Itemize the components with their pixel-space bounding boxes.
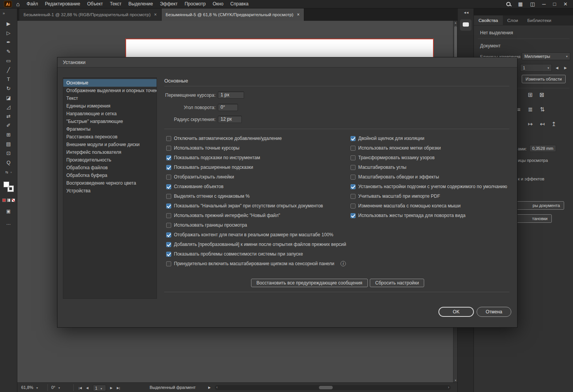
checkbox-content-aware-defaults[interactable]: Установить настройки подгонки с учетом с… bbox=[351, 183, 507, 190]
checkbox-disable-auto-add-delete[interactable]: Отключить автоматическое добавление/удал… bbox=[166, 135, 282, 141]
reset-warnings-button[interactable]: Восстановить все предупреждающие сообщен… bbox=[251, 279, 368, 287]
checkbox-append-converted[interactable]: Добавлять [преобразованный] к имени посл… bbox=[166, 241, 346, 247]
menu-effect[interactable]: Эффект bbox=[157, 0, 181, 8]
menu-edit[interactable]: Редактирование bbox=[42, 0, 84, 8]
grid-icon[interactable]: ⊞ bbox=[528, 92, 533, 98]
checkbox-preview-bounds[interactable]: Использовать границы просмотра bbox=[166, 222, 247, 228]
last-artboard-icon[interactable]: ▶| bbox=[117, 383, 120, 392]
status-indicator[interactable]: Выделенный фрагмент bbox=[150, 383, 195, 392]
toolbar-collapse-icon[interactable]: » bbox=[3, 11, 5, 15]
checkbox-transform-pattern-tiles[interactable]: Трансформировать мозаику узоров bbox=[351, 155, 435, 161]
scale-value-field[interactable]: 0,3528 mm bbox=[529, 145, 556, 152]
status-menu-icon[interactable]: ▶ bbox=[208, 383, 211, 392]
eyedropper-tool[interactable]: ✐ bbox=[0, 123, 17, 128]
rectangle-tool[interactable]: ▭ bbox=[0, 58, 17, 64]
prefs-nav-black-appearance[interactable]: Воспроизведение черного цвета bbox=[63, 179, 157, 187]
edit-artboards-button[interactable]: Изменить области bbox=[522, 75, 566, 83]
menu-type[interactable]: Текст bbox=[106, 0, 125, 8]
prefs-nav-clipboard[interactable]: Обработка буфера bbox=[63, 172, 157, 179]
tab-libraries[interactable]: Библиотеки bbox=[522, 15, 556, 25]
prefs-nav-devices[interactable]: Устройства bbox=[63, 187, 157, 195]
pen-tool[interactable]: ✒ bbox=[0, 39, 17, 45]
document-tab-2[interactable]: Безымянный-5 @ 61,8 % (CMYK/Предваритель… bbox=[162, 8, 304, 21]
minimize-window-icon[interactable]: ─ bbox=[542, 0, 546, 8]
artboard-tool[interactable]: ⊡ bbox=[0, 150, 17, 156]
expand-panels-icon[interactable]: ◀◀ bbox=[464, 11, 469, 14]
curvature-tool[interactable]: ✎ bbox=[0, 49, 17, 54]
menu-help[interactable]: Справка bbox=[227, 0, 252, 8]
artboard-select-dropdown[interactable]: 1 ▾ bbox=[520, 64, 552, 72]
next-artboard-icon[interactable]: ▶ bbox=[110, 383, 113, 392]
checkbox-force-pinch-zoom[interactable]: Принудительно включить масштабирование щ… bbox=[166, 261, 346, 267]
prefs-nav-hyphenation[interactable]: Расстановка переносов bbox=[63, 133, 157, 141]
checkbox-honor-scale-pdf[interactable]: Учитывать масштаб при импорте PDF bbox=[351, 193, 440, 199]
tab-close-icon[interactable]: × bbox=[297, 12, 300, 17]
keyboard-increment-input[interactable]: 1 px bbox=[218, 91, 244, 99]
none-mode-icon[interactable] bbox=[12, 199, 15, 202]
horizontal-scrollbar[interactable]: ‹ › bbox=[215, 385, 451, 390]
fill-swatch[interactable] bbox=[3, 182, 9, 187]
color-mode-icon[interactable] bbox=[2, 199, 6, 202]
maximize-window-icon[interactable]: □ bbox=[553, 0, 556, 8]
shape-builder-tool[interactable]: ⊞ bbox=[0, 132, 17, 138]
margin-left-icon[interactable]: ↤ bbox=[540, 121, 545, 127]
menu-file[interactable]: Файл bbox=[23, 0, 42, 8]
next-artboard-icon[interactable]: ▶ bbox=[564, 66, 567, 70]
scale-tool[interactable]: ◿ bbox=[0, 104, 17, 110]
units-dropdown[interactable]: Миллиметры ▾ bbox=[522, 52, 570, 60]
grid-cross-icon[interactable]: ⊠ bbox=[539, 92, 544, 98]
rotation-control[interactable]: 0° ▾ bbox=[51, 383, 60, 392]
direct-selection-tool[interactable]: ▷ bbox=[0, 30, 17, 36]
margin-top-icon[interactable]: ↥ bbox=[551, 121, 556, 127]
checkbox-scale-corners[interactable]: Масштабировать углы bbox=[351, 164, 406, 170]
margin-right-icon[interactable]: ↦ bbox=[528, 121, 533, 127]
workspace-switcher-icon[interactable]: ◫ bbox=[530, 0, 535, 8]
swap-view-icon[interactable]: ⇆ bbox=[5, 170, 8, 174]
checkbox-anti-aliased-artwork[interactable]: Сглаживание объектов bbox=[166, 183, 224, 190]
scroll-right-icon[interactable]: › bbox=[448, 385, 449, 390]
arrange-documents-icon[interactable]: ▦ bbox=[518, 0, 522, 8]
checkbox-select-same-tint[interactable]: Выделять оттенки с одинаковым % bbox=[166, 193, 249, 199]
zoom-tool[interactable]: Q bbox=[0, 160, 17, 165]
comments-panel-button[interactable] bbox=[460, 19, 472, 31]
previous-artboard-icon[interactable]: ◀ bbox=[556, 66, 558, 70]
rotate-tool[interactable]: ↻ bbox=[0, 86, 17, 91]
scroll-down-icon[interactable]: ▼ bbox=[453, 379, 458, 382]
checkbox-show-tool-tips[interactable]: Показывать подсказки по инструментам bbox=[166, 155, 260, 161]
menu-object[interactable]: Объект bbox=[84, 0, 106, 8]
eraser-tool[interactable]: ◪ bbox=[0, 95, 17, 101]
reset-preferences-button[interactable]: Сбросить настройки bbox=[370, 279, 424, 287]
prefs-nav-plugins-disks[interactable]: Внешние модули и рабочие диски bbox=[63, 141, 157, 148]
close-window-icon[interactable]: ✕ bbox=[563, 0, 568, 8]
prefs-nav-general[interactable]: Основные bbox=[63, 79, 157, 87]
fill-stroke-control[interactable] bbox=[3, 182, 13, 192]
checkbox-true-print-size[interactable]: Отображать контент для печати в реальном… bbox=[166, 232, 334, 238]
cancel-button[interactable]: Отмена bbox=[477, 307, 511, 317]
menu-select[interactable]: Выделение bbox=[125, 0, 157, 8]
gradient-tool[interactable]: ▤ bbox=[0, 141, 17, 147]
menu-view[interactable]: Просмотр bbox=[181, 0, 209, 8]
corner-radius-input[interactable]: 12 px bbox=[218, 116, 242, 123]
zoom-control[interactable]: 61,8% ▾ bbox=[21, 383, 38, 392]
tab-layers[interactable]: Слои bbox=[503, 15, 523, 25]
gradient-mode-icon[interactable] bbox=[7, 199, 10, 202]
tab-close-icon[interactable]: × bbox=[154, 12, 157, 17]
horizontal-scroll-thumb[interactable] bbox=[319, 386, 333, 389]
tab-properties[interactable]: Свойства bbox=[474, 15, 503, 25]
previous-artboard-icon[interactable]: ◀ bbox=[86, 383, 88, 392]
illustrator-logo-icon[interactable]: Ai bbox=[4, 1, 12, 7]
dialog-title[interactable]: Установки bbox=[57, 57, 517, 67]
menu-window[interactable]: Окно bbox=[209, 0, 227, 8]
info-icon[interactable]: i bbox=[340, 261, 346, 266]
prefs-nav-user-interface[interactable]: Интерфейс пользователя bbox=[63, 148, 157, 156]
search-icon[interactable] bbox=[506, 2, 511, 6]
guides-icon[interactable]: ≣ bbox=[528, 106, 533, 113]
scroll-left-icon[interactable]: ‹ bbox=[216, 385, 217, 390]
checkbox-show-hide-rulers[interactable]: Отобразить/скрыть линейки bbox=[166, 174, 234, 180]
selection-tool[interactable]: ▶ bbox=[0, 21, 17, 27]
vertical-scroll-thumb[interactable] bbox=[454, 26, 457, 58]
checkbox-legacy-new-file[interactable]: Использовать прежний интерфейс "Новый фа… bbox=[166, 212, 280, 219]
checkbox-scale-strokes-effects[interactable]: Масштабировать обводки и эффекты bbox=[351, 174, 439, 180]
checkbox-zoom-with-mouse-wheel[interactable]: Изменение масштаба с помощью колеса мыши bbox=[351, 203, 460, 209]
type-tool[interactable]: T bbox=[0, 76, 17, 82]
